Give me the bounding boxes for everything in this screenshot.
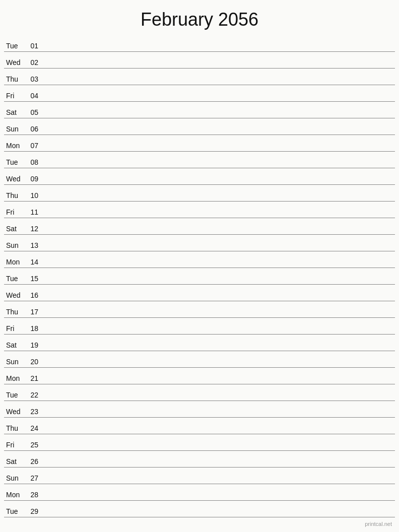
day-line [41, 465, 395, 466]
day-number: 28 [25, 491, 41, 499]
day-row: Fri04 [4, 85, 395, 102]
day-number: 19 [25, 341, 41, 349]
day-number: 01 [25, 42, 41, 50]
day-line [41, 232, 395, 233]
day-line [41, 282, 395, 283]
day-number: 10 [25, 191, 41, 200]
day-number: 11 [25, 208, 41, 216]
day-name: Mon [4, 258, 25, 266]
day-number: 25 [25, 441, 41, 449]
day-number: 20 [25, 358, 41, 366]
day-row: Sat05 [4, 102, 395, 118]
day-number: 13 [25, 241, 41, 249]
calendar-grid: Tue01Wed02Thu03Fri04Sat05Sun06Mon07Tue08… [0, 35, 399, 517]
day-name: Tue [4, 391, 25, 399]
day-name: Wed [4, 408, 25, 416]
day-row: Tue01 [4, 35, 395, 52]
day-line [41, 398, 395, 399]
day-line [41, 49, 395, 50]
day-name: Sat [4, 457, 25, 466]
day-name: Tue [4, 42, 25, 50]
day-name: Tue [4, 158, 25, 166]
day-name: Thu [4, 424, 25, 432]
day-row: Wed16 [4, 285, 395, 301]
day-name: Mon [4, 142, 25, 150]
day-name: Wed [4, 291, 25, 299]
day-row: Fri11 [4, 202, 395, 218]
day-number: 27 [25, 474, 41, 482]
day-number: 12 [25, 225, 41, 233]
day-number: 29 [25, 507, 41, 515]
day-number: 23 [25, 408, 41, 416]
day-line [41, 99, 395, 100]
day-row: Thu17 [4, 301, 395, 318]
day-row: Tue08 [4, 152, 395, 168]
day-row: Tue22 [4, 384, 395, 401]
day-number: 07 [25, 142, 41, 150]
day-row: Sun20 [4, 351, 395, 368]
day-line [41, 132, 395, 133]
day-name: Fri [4, 324, 25, 332]
day-row: Wed09 [4, 168, 395, 185]
day-name: Mon [4, 374, 25, 382]
day-line [41, 332, 395, 332]
day-name: Sun [4, 125, 25, 133]
day-number: 02 [25, 58, 41, 66]
day-row: Wed02 [4, 52, 395, 69]
day-number: 26 [25, 457, 41, 466]
day-name: Sun [4, 241, 25, 249]
day-name: Tue [4, 507, 25, 515]
day-row: Sun06 [4, 118, 395, 135]
day-row: Sun13 [4, 235, 395, 251]
day-name: Sat [4, 225, 25, 233]
day-row: Wed23 [4, 401, 395, 418]
day-number: 06 [25, 125, 41, 133]
day-number: 24 [25, 424, 41, 432]
day-number: 14 [25, 258, 41, 266]
day-row: Sat26 [4, 451, 395, 468]
day-row: Thu03 [4, 69, 395, 85]
day-name: Fri [4, 441, 25, 449]
day-number: 15 [25, 275, 41, 283]
day-name: Sat [4, 108, 25, 116]
day-row: Tue29 [4, 501, 395, 517]
day-name: Sat [4, 341, 25, 349]
day-name: Sun [4, 358, 25, 366]
page-title: February 2056 [0, 0, 399, 35]
day-row: Mon28 [4, 484, 395, 501]
day-line [41, 482, 395, 482]
day-row: Mon14 [4, 251, 395, 268]
day-line [41, 199, 395, 200]
day-row: Fri18 [4, 318, 395, 335]
day-name: Sun [4, 474, 25, 482]
day-number: 09 [25, 175, 41, 183]
day-line [41, 149, 395, 150]
day-line [41, 216, 395, 216]
day-line [41, 315, 395, 316]
day-name: Thu [4, 308, 25, 316]
day-number: 22 [25, 391, 41, 399]
day-row: Thu24 [4, 418, 395, 434]
day-number: 03 [25, 75, 41, 83]
day-number: 21 [25, 374, 41, 382]
day-name: Wed [4, 58, 25, 66]
day-line [41, 349, 395, 349]
day-row: Sat12 [4, 218, 395, 235]
day-row: Sun27 [4, 468, 395, 484]
day-row: Fri25 [4, 434, 395, 451]
day-row: Mon21 [4, 368, 395, 384]
day-name: Tue [4, 275, 25, 283]
day-name: Wed [4, 175, 25, 183]
day-name: Fri [4, 92, 25, 100]
day-line [41, 166, 395, 166]
day-number: 18 [25, 324, 41, 332]
day-line [41, 382, 395, 382]
day-line [41, 66, 395, 66]
day-line [41, 498, 395, 499]
day-line [41, 265, 395, 266]
day-number: 16 [25, 291, 41, 299]
day-name: Fri [4, 208, 25, 216]
day-line [41, 365, 395, 366]
watermark: printcal.net [365, 521, 392, 527]
day-row: Sat19 [4, 335, 395, 351]
